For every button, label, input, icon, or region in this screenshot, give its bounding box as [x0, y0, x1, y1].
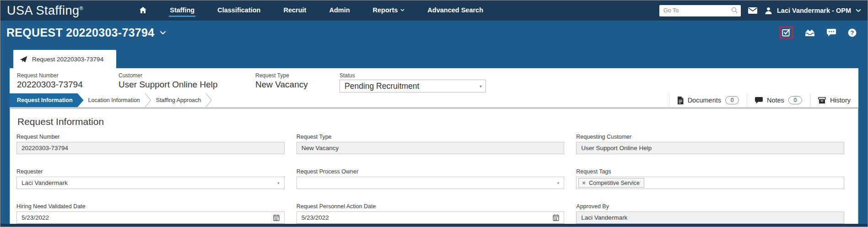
field-request-tags: Request Tags × Competitive Service — [576, 168, 844, 189]
panel-actions: Documents 0 Notes 0 History — [669, 93, 858, 107]
tag-chip: × Competitive Service — [578, 178, 644, 188]
note-bubble-icon — [755, 97, 763, 104]
nav-home[interactable] — [138, 4, 148, 17]
title-bar-icons: ? — [780, 27, 857, 38]
app-logo[interactable]: USA Staffing® — [7, 4, 83, 18]
field-label: Request Personnel Action Date — [297, 203, 565, 210]
home-icon — [139, 6, 147, 14]
user-name: Laci Vandermark - OPM — [777, 7, 851, 14]
chevron-down-icon — [400, 9, 404, 11]
field-request-process-owner: Request Process Owner ▾ — [297, 168, 565, 189]
tab-label: Staffing Approach — [156, 97, 201, 103]
main-nav: Staffing Classification Recruit Admin Re… — [138, 4, 484, 17]
documents-button[interactable]: Documents 0 — [669, 93, 747, 107]
document-tab-strip: Request 20220303-73794 — [0, 44, 868, 68]
request-number-input: 20220303-73794 — [16, 142, 285, 154]
request-tags-input[interactable]: × Competitive Service — [576, 177, 844, 189]
documents-count-badge: 0 — [725, 96, 739, 104]
field-requesting-customer: Requesting Customer User Support Online … — [576, 134, 844, 154]
request-tab[interactable]: Request 20220303-73794 — [13, 50, 116, 68]
nav-advanced-search[interactable]: Advanced Search — [426, 4, 484, 17]
date-value: 5/23/2022 — [302, 214, 329, 221]
registered-mark: ® — [80, 5, 84, 11]
request-information-panel: Request Information Request Number 20220… — [10, 109, 858, 224]
calendar-icon[interactable] — [273, 214, 280, 221]
workflow-tabs: Request Information Location Information… — [10, 93, 858, 107]
user-menu[interactable]: Laci Vandermark - OPM — [765, 7, 861, 15]
footer-strip — [0, 224, 868, 227]
field-approved-by: Approved By Laci Vandermark — [576, 203, 844, 224]
field-label: Requesting Customer — [576, 134, 844, 140]
nav-label: Recruit — [283, 7, 306, 14]
top-navbar: USA Staffing® Staffing Classification Re… — [0, 0, 868, 21]
calendar-icon[interactable] — [553, 214, 559, 221]
field-requester: Requester Laci Vandermark ▾ — [16, 168, 285, 189]
request-personnel-action-date-input[interactable]: 5/23/2022 — [297, 211, 565, 224]
tab-label: Request Information — [17, 97, 73, 103]
field-request-personnel-action-date: Request Personnel Action Date 5/23/2022 — [297, 203, 565, 224]
status-value: Pending Recruitment — [345, 81, 419, 91]
select-caret-icon: ▾ — [557, 181, 560, 185]
request-tab-label: Request 20220303-73794 — [32, 56, 103, 63]
status-select[interactable]: Pending Recruitment ▾ — [340, 80, 486, 92]
input-value: New Vacancy — [302, 145, 339, 151]
nav-reports[interactable]: Reports — [372, 4, 406, 17]
notes-count-badge: 0 — [788, 96, 802, 104]
chat-icon[interactable] — [827, 29, 836, 37]
requester-select[interactable]: Laci Vandermark ▾ — [16, 177, 285, 189]
tab-staffing-approach[interactable]: Staffing Approach — [151, 93, 205, 107]
chevron-down-icon — [856, 9, 861, 12]
mail-icon[interactable] — [748, 7, 757, 14]
field-label: Requester — [16, 168, 285, 175]
remove-tag-icon[interactable]: × — [582, 180, 586, 186]
tab-location-information[interactable]: Location Information — [84, 93, 145, 107]
nav-classification[interactable]: Classification — [216, 4, 261, 17]
nav-admin[interactable]: Admin — [328, 4, 350, 17]
tab-request-information[interactable]: Request Information — [10, 93, 84, 107]
select-caret-icon: ▾ — [480, 84, 482, 89]
request-process-owner-select[interactable]: ▾ — [297, 177, 565, 189]
tag-label: Competitive Service — [589, 180, 640, 186]
field-label: Customer — [119, 72, 255, 79]
nav-label: Classification — [217, 7, 260, 14]
field-request-number: Request Number 20220303-73794 — [16, 134, 285, 154]
nav-label: Admin — [329, 7, 350, 14]
goto-search — [659, 5, 741, 16]
select-value: Laci Vandermark — [22, 179, 68, 186]
checkbox-tasks-icon[interactable] — [782, 28, 791, 37]
nav-label: Reports — [373, 7, 398, 14]
field-label: Status — [340, 72, 858, 79]
goto-input[interactable] — [659, 5, 741, 16]
summary-customer: Customer User Support Online Help — [119, 71, 255, 93]
tab-separator-icon — [205, 93, 212, 107]
field-label: Request Type — [297, 134, 565, 140]
app-window: USA Staffing® Staffing Classification Re… — [0, 0, 868, 227]
chevron-down-icon[interactable] — [160, 31, 166, 35]
reviews-inbox-icon[interactable] — [805, 29, 815, 37]
summary-request-number: Request Number 20220303-73794 — [17, 71, 119, 93]
summary-request-type: Request Type New Vacancy — [255, 71, 340, 93]
select-caret-icon: ▾ — [277, 181, 280, 185]
request-type-input: New Vacancy — [297, 142, 565, 154]
nav-recruit[interactable]: Recruit — [282, 4, 307, 17]
nav-label: Advanced Search — [427, 7, 483, 14]
navbar-right: Laci Vandermark - OPM — [659, 5, 861, 16]
notes-button[interactable]: Notes 0 — [747, 93, 810, 107]
search-icon[interactable] — [731, 7, 738, 14]
help-icon[interactable]: ? — [848, 28, 857, 37]
nav-staffing[interactable]: Staffing — [169, 4, 195, 17]
tasks-highlight-box — [780, 27, 793, 38]
field-request-type: Request Type New Vacancy — [297, 134, 565, 154]
brand-text: USA Staffing — [7, 4, 80, 17]
section-heading: Request Information — [17, 116, 844, 127]
documents-label: Documents — [688, 97, 721, 104]
field-label: Request Type — [255, 72, 340, 79]
page-title: REQUEST 20220303-73794 — [6, 26, 166, 39]
page-title-text: REQUEST 20220303-73794 — [6, 26, 154, 39]
notes-label: Notes — [767, 97, 784, 104]
tab-separator-icon — [145, 93, 151, 107]
nav-label: Staffing — [170, 7, 194, 14]
history-button[interactable]: History — [810, 93, 858, 107]
hiring-need-validated-date-input[interactable]: 5/23/2022 — [16, 211, 285, 224]
paper-plane-icon — [20, 56, 27, 63]
